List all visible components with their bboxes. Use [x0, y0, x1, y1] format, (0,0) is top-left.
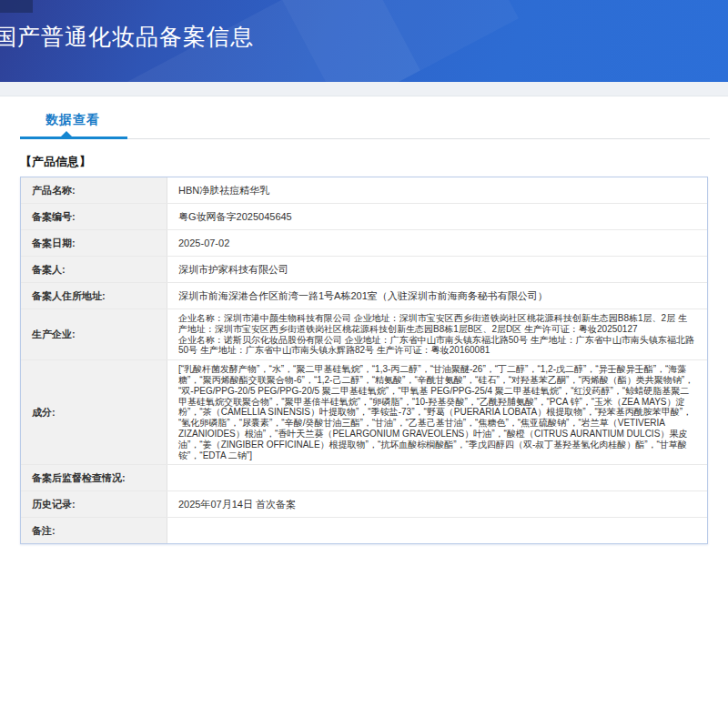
product-info-table: 产品名称:HBN净肤祛痘精华乳备案编号:粤G妆网备字2025045645备案日期…: [20, 177, 708, 544]
tab-bar-divider: [127, 138, 710, 139]
info-row-label: 备案编号:: [21, 204, 167, 229]
info-row-label: 生产企业:: [21, 309, 167, 359]
sub-header-strip: [0, 82, 728, 96]
info-row-label: 成分:: [21, 360, 167, 464]
info-row: 备注:: [21, 518, 707, 543]
info-row-value: [167, 518, 707, 543]
section-title-product-info: 【产品信息】: [20, 154, 708, 170]
info-row-label: 产品名称:: [21, 177, 167, 203]
info-row: 生产企业:企业名称：深圳市港中颜生物科技有限公司 企业地址：深圳市宝安区西乡街道…: [21, 309, 707, 360]
info-row-value: 粤G妆网备字2025045645: [167, 204, 707, 229]
info-row: 备案人:深圳市护家科技有限公司: [21, 257, 707, 283]
info-row-value: 深圳市前海深港合作区前湾一路1号A栋201室（入驻深圳市前海商务秘书有限公司）: [167, 283, 707, 308]
info-row: 备案人住所地址:深圳市前海深港合作区前湾一路1号A栋201室（入驻深圳市前海商务…: [21, 283, 707, 309]
tab-active-indicator: [20, 136, 127, 139]
info-row-value: 2025年07月14日 首次备案: [167, 491, 707, 517]
info-row-label: 备案人住所地址:: [21, 283, 167, 308]
info-row: 备案后监督检查情况:: [21, 465, 707, 491]
info-row: 备案编号:粤G妆网备字2025045645: [21, 204, 707, 230]
info-row-label: 备案人:: [21, 257, 167, 282]
info-row-label: 备案日期:: [21, 230, 167, 256]
info-row-value: [167, 465, 707, 490]
info-row-value: 企业名称：深圳市港中颜生物科技有限公司 企业地址：深圳市宝安区西乡街道铁岗社区桃…: [167, 309, 707, 359]
tab-bar: 数据查看: [20, 96, 708, 139]
info-row-label: 备注:: [21, 518, 167, 543]
info-row-label: 历史记录:: [21, 491, 167, 517]
main-content: 数据查看 【产品信息】 产品名称:HBN净肤祛痘精华乳备案编号:粤G妆网备字20…: [20, 96, 708, 544]
info-row-value: [“乳酸杆菌发酵产物”，“水”，“聚二甲基硅氧烷”，“1,3-丙二醇”，“甘油聚…: [167, 360, 707, 464]
info-row-label: 备案后监督检查情况:: [21, 465, 167, 490]
tab-data-view[interactable]: 数据查看: [46, 112, 100, 128]
info-row: 产品名称:HBN净肤祛痘精华乳: [21, 177, 707, 204]
tab-active-arrow-icon: [61, 131, 72, 136]
info-row-value: 2025-07-02: [167, 230, 707, 256]
info-row: 成分:[“乳酸杆菌发酵产物”，“水”，“聚二甲基硅氧烷”，“1,3-丙二醇”，“…: [21, 360, 707, 465]
info-row-value: HBN净肤祛痘精华乳: [167, 177, 707, 203]
info-row: 历史记录:2025年07月14日 首次备案: [21, 491, 707, 518]
page-header-banner: 国产普通化妆品备案信息: [0, 0, 728, 82]
info-row-value: 深圳市护家科技有限公司: [167, 257, 707, 282]
page-title: 国产普通化妆品备案信息: [0, 0, 728, 50]
info-row: 备案日期:2025-07-02: [21, 230, 707, 257]
tab-underline: [20, 135, 708, 139]
